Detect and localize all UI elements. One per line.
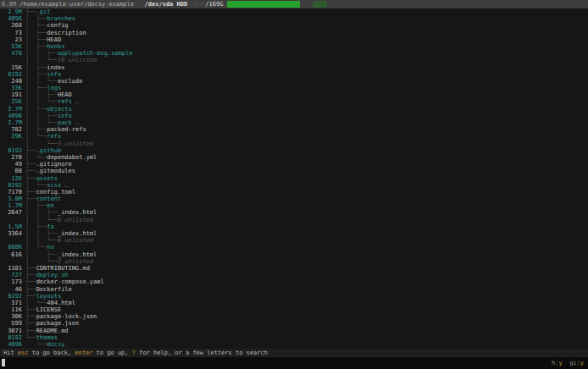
entry-size: 2.9M [0, 8, 22, 15]
tree-row[interactable]: 8192 │ ├── info [0, 71, 588, 78]
tree-row[interactable]: 240 │ │ └── exclude [0, 78, 588, 85]
tree-row[interactable]: │ │ └── 10 unlisted [0, 57, 588, 63]
tree-row[interactable]: 270 │ └── dependabot.yml [0, 154, 588, 161]
tree-row[interactable]: 53K │ ├── hooks [0, 43, 588, 50]
tree-row[interactable]: 8192 └── themes [0, 334, 588, 341]
entry-name: .gitmodules [36, 168, 75, 174]
tree-row[interactable]: │ │ └── 6 unlisted [0, 217, 588, 223]
device-name: /dev/sda [145, 1, 174, 8]
tree-row[interactable]: 371 │ └── 404.html [0, 300, 588, 306]
entry-size: 29K [0, 133, 22, 140]
tree-branch-lines: │ ├── [25, 106, 47, 113]
tree-row[interactable]: 3.8M ├── content [0, 196, 588, 202]
help-text: for help, or a few letters to search [136, 350, 268, 356]
tree-row[interactable]: 8192 ├── .github [0, 147, 588, 154]
tree-row[interactable]: 73 │ ├── description [0, 30, 588, 36]
entry-name: _index.html [58, 209, 97, 216]
tree-row[interactable]: 3871 ├── README.md [0, 328, 588, 334]
entry-name: no [47, 244, 53, 251]
entry-size: 8192 [0, 147, 22, 154]
entry-name: packed-refs [47, 126, 86, 133]
tree-row[interactable]: 2.7M │ ├── objects [0, 106, 588, 113]
tree-row[interactable]: 7170 ├── config.toml [0, 189, 588, 196]
tree-row[interactable]: 4096 └── docsy [0, 341, 588, 348]
entry-size: 46 [0, 286, 22, 293]
tree-row[interactable]: 191 │ │ ├── HEAD [0, 91, 588, 98]
tree-branch-lines: ├── [25, 320, 36, 327]
tree-row[interactable]: 1.5M │ ├── fa [0, 223, 588, 230]
tree-row[interactable]: 15K │ ├── index [0, 64, 588, 71]
entry-size: 1.5M [0, 223, 22, 230]
tree-branch-lines: │ ├── [25, 64, 47, 71]
tree-branch-lines: │ ├── [25, 43, 47, 50]
entry-name: hooks [47, 43, 64, 50]
tree-row[interactable]: 478 │ │ ├── applypatch-msg.sample [0, 50, 588, 57]
entry-size: 8192 [0, 182, 22, 189]
tree-row[interactable]: 49 ├── .gitignore [0, 161, 588, 168]
tree-branch-lines: ├── [25, 168, 36, 174]
tree-branch-lines: │ └── [25, 133, 47, 140]
tree-branch-lines: │ │ └── [25, 78, 58, 85]
tree-branch-lines: │ └── [25, 258, 58, 265]
tree-row[interactable]: 727 ├── deploy.sh [0, 272, 588, 278]
entry-size: 23 [0, 36, 22, 43]
tree-row[interactable]: 1.7M │ ├── en [0, 202, 588, 209]
tree-row[interactable]: 25K │ │ └── refs … [0, 98, 588, 105]
tree-row[interactable]: 23 │ ├── HEAD [0, 36, 588, 43]
tree-row[interactable]: │ │ └── 6 unlisted [0, 237, 588, 244]
tree-row[interactable]: 4096 │ ├── branches [0, 15, 588, 22]
tree-row[interactable]: 173 ├── docker-compose.yaml [0, 278, 588, 285]
tree-row[interactable]: 616 │ ├── _index.html [0, 251, 588, 258]
disk-usage-bar-dim-segment [313, 1, 327, 8]
tree-row[interactable]: │ └── 2 unlisted [0, 258, 588, 265]
tree-branch-lines: ├── [25, 147, 36, 154]
tree-row[interactable]: 1101 ├── CONTRIBUTING.md [0, 265, 588, 272]
tree-row[interactable]: 12K ├── assets [0, 175, 588, 182]
entry-size: 3364 [0, 230, 22, 237]
entry-size: 191 [0, 91, 22, 98]
entry-name: scss [47, 182, 61, 189]
entry-size: 8192 [0, 334, 22, 341]
current-path[interactable]: /home/example-user/docsy-example [19, 1, 134, 8]
tree-branch-lines: │ │ ├── [25, 209, 58, 216]
tree-row[interactable]: │ └── 3 unlisted [0, 140, 588, 147]
tree-branch-lines: │ ├── [25, 36, 47, 43]
entry-name: description [47, 30, 86, 36]
tree-row[interactable]: 268 │ ├── config [0, 22, 588, 29]
tree-row[interactable]: 2647 │ │ ├── _index.html [0, 209, 588, 216]
tree-branch-lines: └── [25, 334, 36, 341]
help-text: to go back, [29, 350, 75, 356]
tree-row[interactable]: 33K │ ├── logs [0, 85, 588, 91]
entry-name: exclude [58, 78, 83, 85]
tree-row[interactable]: 782 │ ├── packed-refs [0, 126, 588, 133]
search-input-line[interactable]: h:y gi:y [0, 357, 588, 369]
tree-row[interactable]: 599 ├── package.json [0, 320, 588, 327]
tree-row[interactable]: 2.7M │ │ └── pack … [0, 119, 588, 126]
tree-row[interactable]: 29K │ └── refs [0, 133, 588, 140]
entry-name: 404.html [47, 300, 75, 306]
tree-branch-lines: │ │ └── [25, 57, 58, 63]
tree-row[interactable]: 4096 │ │ ├── info [0, 113, 588, 119]
root-total-size: 6.8M [2, 1, 16, 8]
tree-row[interactable]: 8192 │ └── scss … [0, 182, 588, 189]
tree-row[interactable]: 3364 │ │ ├── _index.html [0, 230, 588, 237]
tree-row[interactable]: 2.9M ├── .git [0, 8, 588, 15]
entry-name: .git [36, 8, 51, 15]
tree-row[interactable]: 11K ├── LICENSE [0, 306, 588, 313]
help-text: Hit [3, 350, 18, 356]
disk-used-value: 67G [195, 1, 206, 8]
tree-row[interactable]: 38K ├── package-lock.json [0, 313, 588, 320]
tree-row[interactable]: 8192 ├── layouts [0, 293, 588, 300]
tree-branch-lines: │ └── [25, 154, 47, 161]
tree-row[interactable]: 46 ├── Dockerfile [0, 286, 588, 293]
tree-branch-lines: ├── [25, 286, 36, 293]
entry-size: 240 [0, 78, 22, 85]
tree-row[interactable]: 88 ├── .gitmodules [0, 168, 588, 174]
tree-branch-lines: │ │ └── [25, 98, 58, 105]
spacer [134, 1, 145, 8]
tree-branch-lines: │ │ ├── [25, 230, 58, 237]
tree-row[interactable]: 668K │ └── no [0, 244, 588, 251]
entry-size: 25K [0, 98, 22, 105]
status-flags: h:y gi:y [552, 360, 584, 366]
tree-branch-lines: │ └── [25, 244, 47, 251]
